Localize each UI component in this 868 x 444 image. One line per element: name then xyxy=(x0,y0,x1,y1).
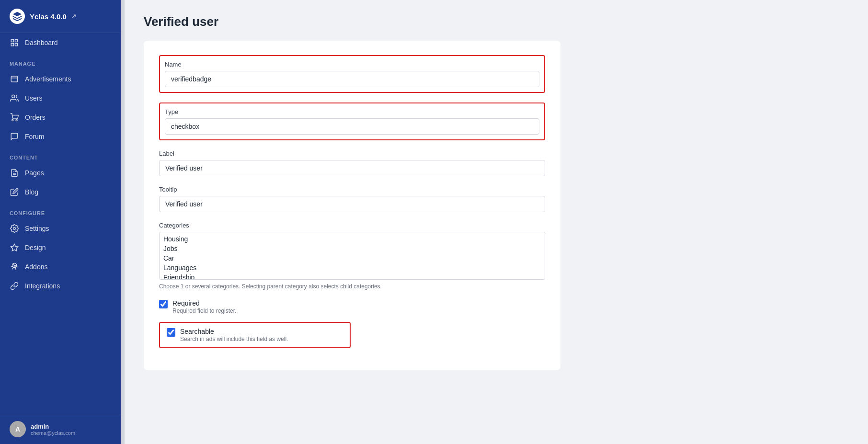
svg-rect-1 xyxy=(15,39,18,42)
searchable-checkbox-group: Searchable Search in ads will include th… xyxy=(159,322,351,348)
sidebar-item-addons[interactable]: Addons xyxy=(0,257,121,276)
svg-rect-4 xyxy=(11,76,18,82)
section-label-manage: MANAGE xyxy=(0,52,121,69)
app-title: Yclas 4.0.0 xyxy=(30,12,67,21)
sidebar-item-settings[interactable]: Settings xyxy=(0,219,121,238)
design-icon xyxy=(10,243,19,252)
footer-email: chema@yclas.com xyxy=(31,430,75,436)
sidebar-item-users[interactable]: Users xyxy=(0,89,121,108)
svg-point-9 xyxy=(13,228,16,230)
sidebar-scrollbar xyxy=(121,0,125,444)
sidebar-item-dashboard[interactable]: Dashboard xyxy=(0,33,121,52)
svg-rect-0 xyxy=(11,39,13,42)
section-label-configure: CONFIGURE xyxy=(0,202,121,219)
sidebar-item-orders-label: Orders xyxy=(25,114,46,121)
addons-icon xyxy=(10,262,19,272)
sidebar-item-design[interactable]: Design xyxy=(0,238,121,257)
type-field-group: Type xyxy=(159,102,545,140)
type-label: Type xyxy=(165,108,539,115)
pages-icon xyxy=(10,168,19,178)
sidebar-item-forum-label: Forum xyxy=(25,133,44,140)
sidebar-item-users-label: Users xyxy=(25,94,43,102)
sidebar-item-dashboard-label: Dashboard xyxy=(25,39,58,46)
category-car[interactable]: Car xyxy=(160,253,545,263)
avatar: A xyxy=(10,421,26,437)
sidebar-item-integrations-label: Integrations xyxy=(25,282,60,290)
settings-icon xyxy=(10,224,19,233)
label-label: Label xyxy=(159,150,545,157)
required-label: Required xyxy=(172,299,236,307)
form-card: Name Type Label Tooltip Categories Housi… xyxy=(144,41,560,370)
users-icon xyxy=(10,93,19,103)
logo-icon xyxy=(10,9,25,24)
footer-user-info: admin chema@yclas.com xyxy=(31,423,75,436)
name-input[interactable] xyxy=(165,71,539,87)
section-label-content: CONTENT xyxy=(0,146,121,163)
sidebar-footer: A admin chema@yclas.com xyxy=(0,414,121,444)
categories-field-group: Categories Housing Jobs Car Languages Fr… xyxy=(159,222,545,290)
page-title: Verified user xyxy=(144,14,849,29)
searchable-sublabel: Search in ads will include this field as… xyxy=(180,336,288,342)
main-content: Verified user Name Type Label Tooltip Ca… xyxy=(125,0,868,444)
category-housing[interactable]: Housing xyxy=(160,234,545,244)
sidebar-item-pages-label: Pages xyxy=(25,169,44,177)
name-label: Name xyxy=(165,61,539,68)
orders-icon xyxy=(10,113,19,122)
sidebar-item-integrations[interactable]: Integrations xyxy=(0,276,121,296)
footer-username: admin xyxy=(31,423,75,430)
categories-hint: Choose 1 or several categories. Selectin… xyxy=(159,283,545,290)
ad-icon xyxy=(10,74,19,84)
label-input[interactable] xyxy=(159,160,545,176)
categories-select[interactable]: Housing Jobs Car Languages Friendship xyxy=(159,232,545,280)
sidebar-item-forum[interactable]: Forum xyxy=(0,127,121,146)
sidebar-item-blog[interactable]: Blog xyxy=(0,182,121,202)
svg-point-6 xyxy=(12,95,15,98)
tooltip-field-group: Tooltip xyxy=(159,186,545,212)
label-field-group: Label xyxy=(159,150,545,176)
external-link-icon: ↗ xyxy=(71,13,76,20)
sidebar-item-advertisements-label: Advertisements xyxy=(25,75,71,83)
sidebar-logo[interactable]: Yclas 4.0.0 ↗ xyxy=(0,0,121,33)
sidebar-item-advertisements[interactable]: Advertisements xyxy=(0,69,121,89)
sidebar-item-pages[interactable]: Pages xyxy=(0,163,121,182)
category-friendship[interactable]: Friendship xyxy=(160,273,545,280)
sidebar-item-orders[interactable]: Orders xyxy=(0,108,121,127)
sidebar-item-blog-label: Blog xyxy=(25,188,38,196)
required-checkbox-group: Required Required field to register. xyxy=(159,299,545,314)
blog-icon xyxy=(10,187,19,197)
forum-icon xyxy=(10,132,19,141)
sidebar-item-design-label: Design xyxy=(25,244,46,251)
integrations-icon xyxy=(10,281,19,291)
svg-rect-2 xyxy=(11,44,13,46)
svg-rect-3 xyxy=(15,44,18,46)
tooltip-input[interactable] xyxy=(159,196,545,212)
sidebar-item-addons-label: Addons xyxy=(25,263,47,271)
category-jobs[interactable]: Jobs xyxy=(160,244,545,253)
type-input[interactable] xyxy=(165,118,539,135)
tooltip-label: Tooltip xyxy=(159,186,545,193)
sidebar: Yclas 4.0.0 ↗ Dashboard MANAGE Advertise… xyxy=(0,0,121,444)
searchable-checkbox[interactable] xyxy=(167,328,175,337)
sidebar-item-settings-label: Settings xyxy=(25,225,49,232)
name-field-group: Name xyxy=(159,55,545,93)
searchable-label: Searchable xyxy=(180,328,288,335)
category-languages[interactable]: Languages xyxy=(160,263,545,273)
required-sublabel: Required field to register. xyxy=(172,307,236,314)
categories-label: Categories xyxy=(159,222,545,229)
dashboard-icon xyxy=(10,38,19,47)
required-checkbox[interactable] xyxy=(159,300,168,308)
